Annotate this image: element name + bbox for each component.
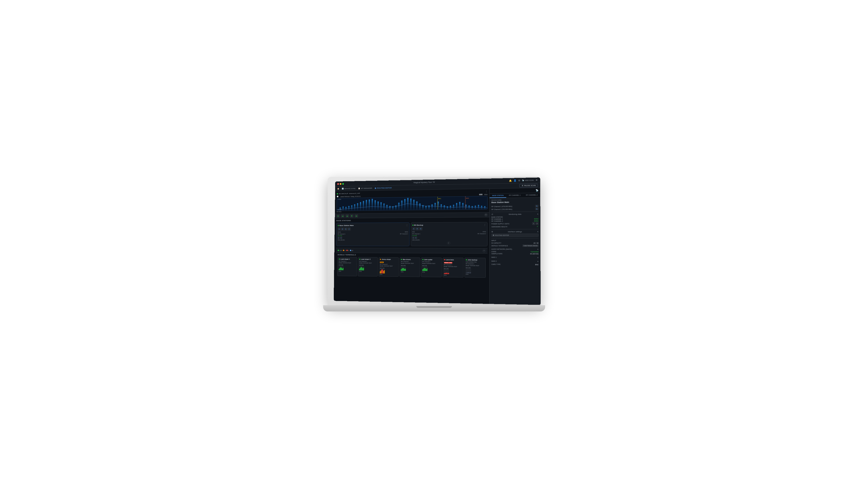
svg-rect-43: [462, 203, 463, 209]
meter-bar: [361, 266, 361, 270]
nav-device-sync[interactable]: 🔄 DEVICE SYNC: [342, 188, 355, 190]
meter-bar: [423, 266, 424, 271]
meter-bar: [339, 266, 339, 270]
term-channel-6: RF Channel 1BASE STATION TEST: [444, 264, 462, 267]
tab-rf-channel-2[interactable]: RF CHANNEL 2: [523, 193, 540, 198]
channel-row-2: RF Channel 1 RF Channel 2: [412, 233, 486, 234]
nav-mt-manager[interactable]: 📋 MT MANAGER: [358, 187, 372, 189]
window-controls: [337, 183, 344, 185]
rf-channel-icon-1[interactable]: N: [535, 205, 538, 207]
scan-icon: 📡: [522, 180, 524, 181]
left-panel: BS BACKUP Antenna B | UHF ⋮ 🕐 Latest Ref…: [334, 189, 489, 304]
terminal-lead-singer-1[interactable]: Lead singer 1 RF Channel 1BASE STATION T…: [337, 257, 357, 276]
spectrum-svg: RF1 RF2: [337, 196, 487, 210]
meter-bar: [380, 269, 380, 273]
rf-channel-icon-2[interactable]: N: [535, 208, 538, 210]
meter-bar: [363, 266, 363, 270]
meter-bar: [383, 269, 384, 273]
meter-bar: [444, 269, 445, 274]
station-more-icon[interactable]: ⋮: [406, 224, 408, 226]
app-title: Magical Mystery Tour 78': [413, 181, 435, 184]
play-button[interactable]: ▶: [336, 215, 340, 218]
monitoring-chevron[interactable]: ∧: [537, 213, 538, 215]
audio-network-chevron[interactable]: ∧: [537, 248, 538, 250]
svg-rect-22: [398, 203, 400, 210]
meter-bar: [405, 266, 406, 271]
maximize-button[interactable]: [342, 183, 344, 185]
add-button[interactable]: +: [484, 213, 487, 216]
hide-scan-button[interactable]: 📡 HIDE SCAN: [522, 179, 533, 181]
home-icon[interactable]: 🏠: [337, 188, 339, 190]
meter-bar: [341, 266, 342, 270]
close-button[interactable]: [337, 183, 339, 185]
term-dot-2: [359, 259, 360, 260]
pause-scan-button[interactable]: ⏸ PAUSE SCAN: [519, 184, 538, 188]
card-type-row: CARD TYPE BNC: [491, 263, 539, 265]
prev-button[interactable]: ⏮: [341, 215, 344, 218]
term-mic-5: MIC/LINE: [422, 265, 440, 266]
terminal-john-guitar[interactable]: John guitar RF Channel 1BASE STATION TES…: [421, 258, 442, 277]
meter-bar: [381, 269, 381, 273]
monitoring-header: ⏱ Monitoring data ∧: [491, 213, 538, 216]
play2-button[interactable]: ▶: [350, 214, 353, 217]
next-button[interactable]: ⏭: [345, 215, 349, 218]
tab-rf-channel-1[interactable]: RF CHANNEL 1: [506, 193, 523, 198]
interface-select[interactable]: Audio Network (Dante): [522, 245, 538, 247]
meter-bar: [447, 269, 448, 274]
svg-rect-36: [440, 204, 442, 209]
terminal-jenny-singer[interactable]: Jenny singer PEAK RF Channel 1BASE STATI…: [378, 257, 399, 276]
add-status-button[interactable]: +: [483, 249, 486, 253]
batt-5: 57%: [422, 271, 440, 273]
station-more-icon-2[interactable]: ⋮: [484, 224, 486, 226]
right-panel: 📡 BASE STATION RF CHANNEL 1 RF CHANNEL 2: [489, 188, 540, 305]
term-channel-2: RF Channel 1BASE STATION TEST: [359, 261, 376, 264]
terminal-lead-singer-2[interactable]: Lead singer 2 RF Channel 1BASE STATION T…: [358, 257, 378, 276]
red-dot: [346, 250, 347, 251]
routing-editor-button[interactable]: ▦ ROUTING EDITOR: [491, 234, 538, 237]
meter-bar: [425, 266, 426, 271]
madi-2-chevron[interactable]: ∧: [537, 260, 538, 262]
status-red: 3: [346, 250, 349, 251]
station-status-dot: [338, 225, 339, 226]
interface-chevron[interactable]: ∧: [537, 231, 538, 233]
meter-bar: [401, 266, 402, 271]
screen: Magical Mystery Tour 78' 🔔 👤 ⚙ 📡 HIDE SC…: [334, 177, 540, 305]
routing-icon: ▦: [493, 234, 494, 236]
nav-routing-editor[interactable]: ▦ ROUTING EDITOR: [375, 187, 392, 189]
terminal-john-backup[interactable]: John backup DISCONNECTED RF Channel 1BAS…: [464, 258, 486, 278]
term-channel-3: RF Channel 1BASE STATION TEST: [380, 263, 397, 267]
meter-bar: [402, 266, 402, 271]
bs-backup-label: BS BACKUP Antenna B | UHF: [337, 192, 360, 195]
spectrum-more-icon[interactable]: ⋮: [485, 190, 487, 193]
last-button[interactable]: ⏭: [355, 214, 358, 217]
meter-bar: [359, 266, 360, 270]
user-icon[interactable]: 👤: [513, 179, 516, 182]
channel-status-row: ACTIVE: [338, 235, 408, 236]
mini-block-g: G: [340, 237, 342, 239]
meter-row-6: [444, 269, 462, 274]
svg-rect-29: [419, 203, 421, 210]
station-card-main[interactable]: Base Station Main ⋮ A D G: [336, 223, 409, 246]
terminal-max-drums[interactable]: Max drums RF Channel 1BASE STATION TEST …: [400, 257, 420, 277]
svg-rect-25: [407, 198, 408, 210]
minimize-button[interactable]: [340, 183, 341, 185]
svg-rect-33: [431, 204, 433, 209]
tab-base-station[interactable]: BASE STATION: [490, 193, 506, 198]
madi-1-chevron[interactable]: ∧: [537, 256, 538, 258]
channel-blocks-2: A D G: [412, 227, 486, 230]
status-blue: 16: [350, 250, 353, 251]
eye-icon[interactable]: 👁: [535, 179, 538, 182]
meter-bar: [384, 269, 384, 273]
spectrum-display: -29 dBm -128 dBm: [337, 196, 488, 211]
terminals-section: MOBILE TERMINALS Lead singer 1: [336, 253, 487, 279]
gear-icon[interactable]: ⚙: [518, 179, 520, 182]
station-card-backup[interactable]: BS Backup ⋮ A D G: [411, 222, 488, 247]
battery-info: 70% (49 MT): [338, 239, 408, 241]
terminal-laura-bass[interactable]: Laura bass SIGNAL LOSS RF Channel 1BASE …: [442, 258, 463, 277]
term-mic-3: MIC/LINE: [380, 267, 397, 269]
svg-rect-42: [459, 202, 460, 209]
ch-block-g: G: [344, 228, 347, 231]
notification-icon[interactable]: 🔔: [509, 180, 512, 182]
status-dots-bar: 115 4 3: [336, 248, 487, 253]
add-terminal-button[interactable]: +: [447, 241, 450, 245]
